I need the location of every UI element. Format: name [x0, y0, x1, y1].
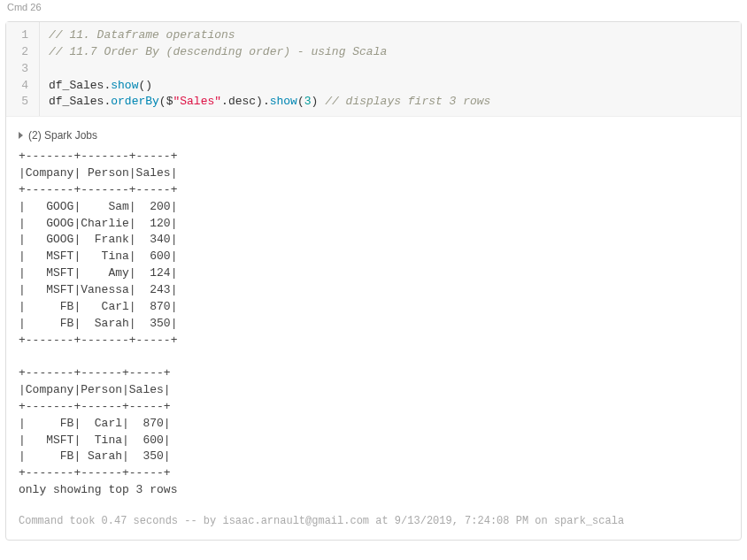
code-method: orderBy — [111, 95, 159, 108]
line-gutter: 1 2 3 4 5 — [6, 22, 40, 116]
code-ident: df_Sales — [49, 79, 104, 92]
code-method: show — [270, 95, 297, 108]
code-punct: () — [138, 79, 152, 92]
line-number: 4 — [6, 78, 30, 95]
code-ident: df_Sales — [49, 95, 104, 108]
code-punct: ) — [312, 95, 326, 108]
code-content[interactable]: // 11. Dataframe operations // 11.7 Orde… — [40, 22, 741, 116]
command-footer: Command took 0.47 seconds -- by isaac.ar… — [19, 499, 728, 527]
notebook-cell: 1 2 3 4 5 // 11. Dataframe operations //… — [5, 21, 742, 541]
code-string: "Sales" — [173, 95, 221, 108]
code-editor[interactable]: 1 2 3 4 5 // 11. Dataframe operations //… — [6, 22, 741, 117]
code-punct: ( — [297, 95, 304, 108]
cell-header: Cmd 26 — [0, 0, 747, 16]
code-comment: // displays first 3 rows — [325, 95, 490, 108]
code-ident: desc — [228, 95, 256, 108]
code-punct: . — [221, 95, 228, 108]
code-punct: ). — [256, 95, 270, 108]
line-number: 1 — [6, 27, 30, 44]
code-punct: ( — [159, 95, 166, 108]
code-comment: // 11. Dataframe operations — [49, 28, 235, 42]
spark-jobs-label: (2) Spark Jobs — [28, 129, 97, 142]
code-number: 3 — [304, 95, 312, 108]
code-comment: // 11.7 Order By (descending order) - us… — [49, 45, 387, 58]
line-number: 5 — [6, 94, 30, 111]
spark-jobs-toggle[interactable]: (2) Spark Jobs — [19, 124, 728, 149]
line-number: 3 — [6, 61, 30, 78]
code-method: show — [111, 79, 138, 92]
output-area: (2) Spark Jobs +-------+-------+-----+ |… — [6, 117, 741, 540]
caret-right-icon — [19, 132, 23, 139]
stdout-output: +-------+-------+-----+ |Company| Person… — [19, 149, 728, 499]
line-number: 2 — [6, 44, 30, 61]
